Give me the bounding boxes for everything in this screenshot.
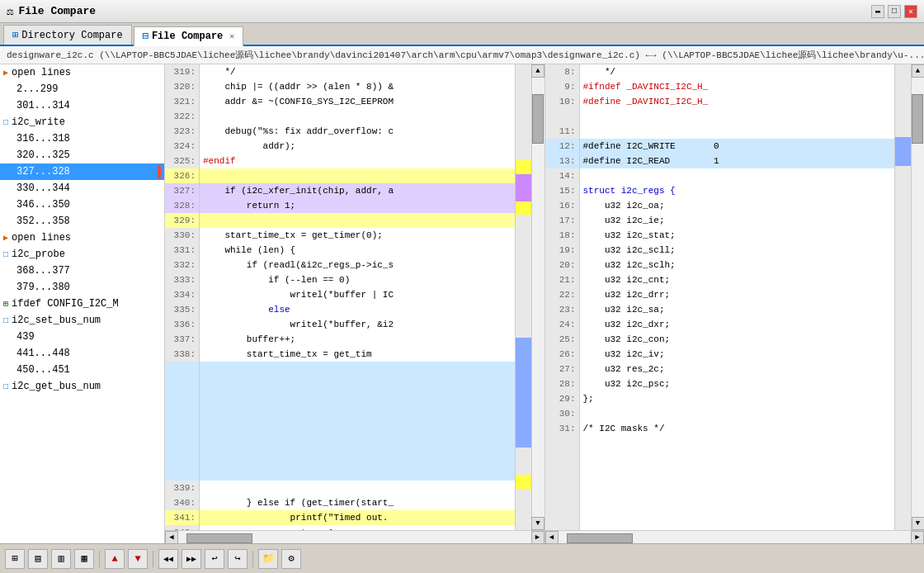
tree-item-open-lines2[interactable]: ▶open lines bbox=[0, 230, 164, 246]
tree-item-2-299[interactable]: 2...299 bbox=[0, 81, 164, 97]
last-diff-btn[interactable]: ▶▶ bbox=[182, 549, 201, 569]
main-content: ▶open lines2...299301...314□i2c_write316… bbox=[0, 64, 924, 543]
open-btn[interactable]: 📁 bbox=[258, 549, 278, 569]
view3-btn[interactable]: ▦ bbox=[74, 549, 94, 569]
tree-item-i2c-probe[interactable]: □i2c_probe bbox=[0, 246, 164, 263]
right-vscroll[interactable]: ▲ ▼ bbox=[911, 64, 924, 530]
right-scroll-left[interactable]: ◀ bbox=[545, 531, 559, 544]
sync-btn[interactable]: ⊞ bbox=[5, 549, 25, 569]
tree-item-320-325[interactable]: 320...325 bbox=[0, 147, 164, 163]
tree-item-316-318[interactable]: 316...318 bbox=[0, 130, 164, 147]
code-line-10 bbox=[200, 213, 515, 228]
line-number-1: 9: bbox=[545, 79, 579, 94]
tree-item-327-328[interactable]: 327...328 bbox=[0, 163, 164, 180]
right-code-panel: 8:9:10:11:12:13:14:15:16:17:18:19:20:21:… bbox=[545, 64, 925, 543]
tree-label-i2c-get-bus-num: i2c_get_bus_num bbox=[12, 381, 101, 392]
right-hscroll-thumb[interactable] bbox=[567, 533, 633, 543]
code-line-1: #ifndef _DAVINCI_I2C_H_ bbox=[580, 79, 895, 94]
right-code-scroll[interactable]: 8:9:10:11:12:13:14:15:16:17:18:19:20:21:… bbox=[545, 64, 895, 530]
code-line-4: debug("%s: fix addr_overflow: c bbox=[200, 124, 515, 139]
tree-item-450-451[interactable]: 450...451 bbox=[0, 362, 164, 378]
minimap-block-6 bbox=[895, 151, 911, 166]
tree-label-379-380: 379...380 bbox=[16, 282, 70, 293]
code-line-1: chip |= ((addr >> (alen * 8)) & bbox=[200, 79, 515, 94]
tree-item-ifdef-config[interactable]: ⊞ifdef CONFIG_I2C_M bbox=[0, 296, 164, 312]
tree-item-330-344[interactable]: 330...344 bbox=[0, 180, 164, 197]
code-line-19: u32 i2c_iv; bbox=[580, 347, 895, 362]
left-vscroll[interactable]: ▲ ▼ bbox=[531, 64, 544, 530]
line-number-6: 13: bbox=[545, 154, 579, 168]
tree-panel: ▶open lines2...299301...314□i2c_write316… bbox=[0, 64, 165, 543]
next-diff-btn[interactable]: ▼ bbox=[128, 549, 148, 569]
undo-btn[interactable]: ↩ bbox=[205, 549, 224, 569]
right-scroll-up[interactable]: ▲ bbox=[912, 64, 925, 78]
line-number-17: 336: bbox=[165, 317, 199, 332]
tree-label-320-325: 320...325 bbox=[16, 149, 70, 161]
left-scroll-right[interactable]: ▶ bbox=[531, 531, 544, 544]
maximize-button[interactable]: □ bbox=[888, 5, 901, 18]
code-line-2: #define _DAVINCI_I2C_H_ bbox=[580, 94, 895, 109]
tree-item-i2c-set-bus-num[interactable]: □i2c_set_bus_num bbox=[0, 312, 164, 329]
code-line-25 bbox=[580, 436, 895, 451]
tree-item-368-377[interactable]: 368...377 bbox=[0, 263, 164, 279]
code-line-29: } else if (get_timer(start_ bbox=[200, 495, 515, 510]
right-scroll-right[interactable]: ▶ bbox=[911, 531, 924, 544]
tree-icon-i2c-write: □ bbox=[3, 118, 8, 127]
prev-diff-btn[interactable]: ▲ bbox=[105, 549, 125, 569]
code-line-25 bbox=[200, 436, 515, 451]
close-button[interactable]: ✕ bbox=[904, 5, 917, 18]
code-line-12: u32 i2c_scll; bbox=[580, 243, 895, 258]
line-number-10: 17: bbox=[545, 213, 579, 228]
tree-label-368-377: 368...377 bbox=[16, 265, 70, 277]
line-number-25 bbox=[545, 436, 579, 451]
tab-directory-compare[interactable]: ⊞ Directory Compare bbox=[3, 25, 132, 45]
view2-btn[interactable]: ▥ bbox=[51, 549, 71, 569]
tree-label-346-350: 346...350 bbox=[16, 199, 70, 211]
first-diff-btn[interactable]: ◀◀ bbox=[158, 549, 178, 569]
line-number-30: 341: bbox=[165, 510, 199, 525]
line-number-8: 15: bbox=[545, 183, 579, 198]
line-number-4: 323: bbox=[165, 124, 199, 139]
minimap-block-24 bbox=[516, 393, 531, 407]
minimap-block-8 bbox=[516, 174, 531, 188]
right-scroll-down[interactable]: ▼ bbox=[912, 517, 925, 530]
tree-item-i2c-get-bus-num[interactable]: □i2c_get_bus_num bbox=[0, 378, 164, 395]
minimap-block-7 bbox=[516, 160, 531, 174]
minimize-button[interactable]: ▬ bbox=[871, 5, 884, 18]
view1-btn[interactable]: ▤ bbox=[28, 549, 48, 569]
right-scroll-thumb[interactable] bbox=[912, 94, 923, 144]
settings-btn[interactable]: ⚙ bbox=[281, 549, 301, 569]
tab-file-icon: ⊟ bbox=[143, 30, 148, 42]
left-scroll-down[interactable]: ▼ bbox=[531, 517, 544, 530]
tree-item-352-358[interactable]: 352...358 bbox=[0, 213, 164, 230]
line-number-26 bbox=[165, 451, 199, 466]
code-line-8: if (i2c_xfer_init(chip, addr, a bbox=[200, 183, 515, 198]
tree-item-346-350[interactable]: 346...350 bbox=[0, 197, 164, 213]
tree-item-439[interactable]: 439 bbox=[0, 329, 164, 345]
left-hscroll[interactable]: ◀ ▶ bbox=[165, 530, 544, 543]
line-number-27 bbox=[165, 466, 199, 481]
line-number-0: 319: bbox=[165, 64, 199, 79]
left-hscroll-thumb[interactable] bbox=[186, 533, 252, 543]
tree-item-441-448[interactable]: 441...448 bbox=[0, 345, 164, 362]
right-hscroll[interactable]: ◀ ▶ bbox=[545, 530, 925, 543]
sep3 bbox=[252, 551, 253, 567]
tree-item-i2c-write[interactable]: □i2c_write bbox=[0, 114, 164, 130]
left-code-content: */ chip |= ((addr >> (alen * 8)) & addr … bbox=[200, 64, 515, 530]
line-number-10: 329: bbox=[165, 213, 199, 228]
left-code-scroll[interactable]: 319:320:321:322:323:324:325:326:327:328:… bbox=[165, 64, 515, 530]
tree-item-379-380[interactable]: 379...380 bbox=[0, 279, 164, 296]
line-number-7: 14: bbox=[545, 168, 579, 183]
left-scroll-thumb[interactable] bbox=[532, 94, 544, 144]
redo-btn[interactable]: ↪ bbox=[228, 549, 248, 569]
tree-label-i2c-probe: i2c_probe bbox=[12, 249, 65, 260]
left-scroll-up[interactable]: ▲ bbox=[531, 64, 544, 78]
line-number-3: 322: bbox=[165, 109, 199, 124]
tree-item-301-314[interactable]: 301...314 bbox=[0, 97, 164, 114]
tree-item-open-lines[interactable]: ▶open lines bbox=[0, 64, 164, 81]
line-number-13: 20: bbox=[545, 258, 579, 272]
tab-close-button[interactable]: ✕ bbox=[229, 31, 234, 41]
code-line-7 bbox=[580, 168, 895, 183]
tab-file-compare[interactable]: ⊟ File Compare ✕ bbox=[134, 26, 244, 46]
left-scroll-left[interactable]: ◀ bbox=[165, 531, 178, 544]
